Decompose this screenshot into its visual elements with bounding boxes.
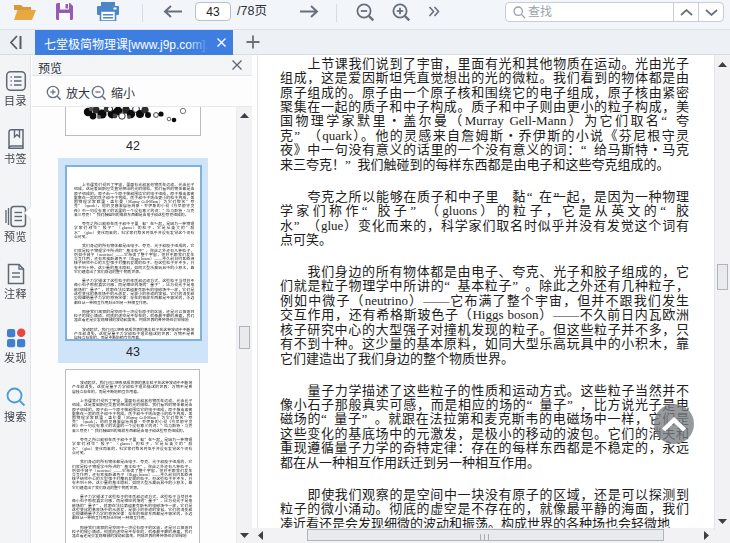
text-line: 它们建造出了我们身边的整个物质世界。 xyxy=(280,352,689,366)
paragraph: 上节课我们说到了宇宙，里面有光和其他物质在运动。光由光子组成，这是爱因斯坦凭直觉… xyxy=(74,183,194,217)
text-line: 点可笑。 xyxy=(72,451,192,455)
thumbnail-zoom-in-button[interactable]: 放大 xyxy=(46,84,90,101)
preview-icon xyxy=(4,205,27,228)
paragraph: 即使我们观察的是空间中一块没有原子的区域，还是可以探测到粒子的微小涌动。彻底的虚… xyxy=(280,488,689,528)
text-line: 粒子的微小涌动。彻底的虚空是不存在的，就像最平静的海面，我们 xyxy=(280,502,689,516)
page-text: 上节课我们说到了宇宙，里面有光和其他物质在运动。光由光子组成，这是爱因斯坦凭直觉… xyxy=(280,57,689,528)
collapse-sidebar-icon[interactable] xyxy=(8,35,24,50)
toc-icon xyxy=(5,70,27,92)
previous-page-icon[interactable] xyxy=(163,5,183,18)
text-line: 这些变化的基底场中的元激发，是极小的移动的波包。它们的消失和 xyxy=(280,427,689,441)
find-previous-button[interactable] xyxy=(673,3,698,21)
text-line: 上节课我们说到了宇宙，里面有光和其他物质在运动。光由光子 xyxy=(280,57,689,71)
thumbnail-scroll-down-icon[interactable] xyxy=(237,527,252,543)
text-line: 夸克之所以能够在质子和中子里“黏”在一起，是因为一种物理 xyxy=(280,190,689,204)
text-line: 学家们称作“胶子”（gluons）的粒子，它是从英文的“胶 xyxy=(280,204,689,218)
sidebar-item-bookmark[interactable]: 书签 xyxy=(0,128,31,167)
save-icon[interactable] xyxy=(55,2,74,21)
vertical-scrollbar[interactable] xyxy=(714,55,730,530)
document-view[interactable]: 上节课我们说到了宇宙，里面有光和其他物质在运动。光由光子组成，这是爱因斯坦凭直觉… xyxy=(253,55,714,528)
text-line: 它们建造出了我们身边的整个物质世界。 xyxy=(74,270,194,274)
scroll-left-icon[interactable] xyxy=(252,528,268,543)
more-tools-icon[interactable] xyxy=(428,6,440,17)
horizontal-scrollbar[interactable] xyxy=(252,528,714,543)
text-line: 有不到十种。这少量的基本原料，如同大型乐高玩具中的小积木，靠 xyxy=(280,337,689,351)
text-line: 夜》中一句没有意义的话里的一个没有意义的词：“给马斯特・马克 xyxy=(280,143,689,157)
document-tab[interactable]: 七堂极简物理课[www.j9p.com]. xyxy=(35,30,233,55)
preview-panel-title: 预览 xyxy=(38,59,62,76)
bookmark-icon xyxy=(5,128,27,150)
page-43-mini-text: 上节课我们说到了宇宙，里面有光和其他物质在运动。光由光子组成，这是爱因斯坦凭直觉… xyxy=(74,183,194,341)
new-tab-icon[interactable] xyxy=(245,34,261,50)
paragraph: 波动起伏，我们可以想象组成世界的基本粒子在这种波动中不断地产生和消失。这就是量子… xyxy=(74,328,194,341)
sidebar-item-annotation[interactable]: 注释 xyxy=(0,263,31,302)
text-line: 自独立存在的，而是不断地相互作用着。 xyxy=(72,389,192,393)
text-line: 都在从一种相互作用跃迁到另一种相互作用。 xyxy=(280,456,689,470)
sidebar-item-label: 目录 xyxy=(1,93,31,108)
scroll-down-icon[interactable] xyxy=(715,513,730,529)
back-to-top-button[interactable] xyxy=(654,404,694,444)
paragraph: 量子力学描述了这些粒子的性质和运动方式。这些粒子当然并不像小石子那般真实可感，而… xyxy=(280,384,689,471)
text-line: 例如中微子（neutrino）——它布满了整个宇宙，但并不跟我们发生 xyxy=(280,294,689,308)
text-line: 来三夸克！”我们触碰到的每样东西都是由电子和这些夸克组成的。 xyxy=(74,213,194,217)
text-line: 水”（glue）变化而来的，科学家们取名时似乎并没有发觉这个词有 xyxy=(72,446,192,450)
thumbnail-zoom-out-icon xyxy=(91,85,107,101)
paragraph: 量子力学描述了这些粒子的性质和运动方式。这些粒子当然并不像小石子那般真实可感，而… xyxy=(74,279,194,304)
text-line: 像小石子那般真实可感，而是相应的场的“量子”，比方说光子是电 xyxy=(280,398,689,412)
paragraph: 上节课我们说到了宇宙，里面有光和其他物质在运动。光由光子组成，这是爱因斯坦凭直觉… xyxy=(72,399,192,433)
scroll-right-icon[interactable] xyxy=(698,528,714,543)
sidebar-item-discover[interactable]: 发现 xyxy=(0,327,31,366)
toolbar-separator xyxy=(142,4,143,22)
page-42-image xyxy=(66,107,200,135)
thumbnail-zoom-out-button[interactable]: 缩小 xyxy=(91,84,135,101)
thumbnail-page-42[interactable] xyxy=(65,107,201,136)
paragraph: 夸克之所以能够在质子和中子里“黏”在一起，是因为一种物理学家们称作“胶子”（gl… xyxy=(280,190,689,248)
zoom-out-icon[interactable] xyxy=(356,3,375,22)
sidebar-item-toc[interactable]: 目录 xyxy=(0,70,31,109)
tab-bar: 七堂极简物理课[www.j9p.com]. xyxy=(0,30,730,55)
thumbnail-page-43[interactable]: 上节课我们说到了宇宙，里面有光和其他物质在运动。光由光子组成，这是爱因斯坦凭直觉… xyxy=(65,165,202,341)
search-icon xyxy=(513,6,526,19)
thumbnail-scrollbar-thumb[interactable] xyxy=(239,326,250,349)
thumbnail-page-number: 42 xyxy=(65,139,201,153)
scroll-up-icon[interactable] xyxy=(715,56,730,72)
text-line: 它们建造出了我们身边的整个物质世界。 xyxy=(72,486,192,490)
vertical-scrollbar-thumb[interactable] xyxy=(717,264,728,290)
next-page-icon[interactable] xyxy=(299,5,319,18)
text-line: 聚集在一起的质子和中子构成。质子和中子则由更小的粒子构成，美 xyxy=(280,100,689,114)
text-line: 凑近看还是会发现细微的波动和振荡。构成世界的各种场也会轻微地 xyxy=(72,534,192,538)
sidebar-search-icon xyxy=(5,386,27,408)
sidebar-selected-notch xyxy=(25,206,32,220)
preview-panel-close-icon[interactable] xyxy=(231,59,243,71)
open-file-icon[interactable] xyxy=(12,2,38,22)
thumbnail-page-number: 43 xyxy=(58,345,208,359)
text-line: 点可笑。 xyxy=(74,235,194,239)
text-line: 来三夸克！”我们触碰到的每样东西都是由电子和这些夸克组成的。 xyxy=(72,429,192,433)
scrollbar-grip xyxy=(480,534,481,541)
sidebar-item-search[interactable]: 搜索 xyxy=(0,386,31,425)
sidebar-item-label: 发现 xyxy=(1,350,31,365)
thumbnail-zoom-out-label: 缩小 xyxy=(111,84,135,101)
page-44-mini-text: 波动起伏，我们可以想象组成世界的基本粒子在这种波动中不断地产生和消失。这就是量子… xyxy=(72,381,192,543)
page-number-input[interactable] xyxy=(195,2,231,21)
thumbnail-cell-selected[interactable]: 上节课我们说到了宇宙，里面有光和其他物质在运动。光由光子组成，这是爱因斯坦凭直觉… xyxy=(58,158,208,363)
tab-close-icon[interactable] xyxy=(215,36,228,49)
paragraph: 我们身边的所有物体都是由电子、夸克、光子和胶子组成的，它们就是粒子物理学中所讲的… xyxy=(74,244,194,274)
toolbar-separator xyxy=(336,4,337,22)
thumbnail-scroll-up-icon[interactable] xyxy=(237,107,252,123)
scrollbar-corner xyxy=(714,530,730,543)
text-line: 我们身边的所有物体都是由电子、夸克、光子和胶子组成的，它 xyxy=(280,265,689,279)
search-input[interactable] xyxy=(528,3,668,21)
zoom-in-icon[interactable] xyxy=(392,3,411,22)
horizontal-scrollbar-thumb[interactable] xyxy=(307,529,664,541)
print-icon[interactable] xyxy=(96,2,120,21)
text-line: 交互作用，还有希格斯玻色子（Higgs boson）——不久前日内瓦欧洲 xyxy=(280,308,689,322)
thumbnail-page-44[interactable]: 波动起伏，我们可以想象组成世界的基本粒子在这种波动中不断地产生和消失。这就是量子… xyxy=(65,369,200,543)
text-line: 自独立存在的，而是不断地相互作用着。 xyxy=(74,336,194,340)
find-next-button[interactable] xyxy=(698,3,723,21)
text-line: 水”（glue）变化而来的，科学家们取名时似乎并没有发觉这个词有 xyxy=(280,219,689,233)
search-bar xyxy=(505,2,724,22)
page-left-edge xyxy=(257,55,258,528)
thumbnail-scrollbar[interactable] xyxy=(236,107,252,543)
thumbnail-zoom-in-icon xyxy=(46,85,62,101)
